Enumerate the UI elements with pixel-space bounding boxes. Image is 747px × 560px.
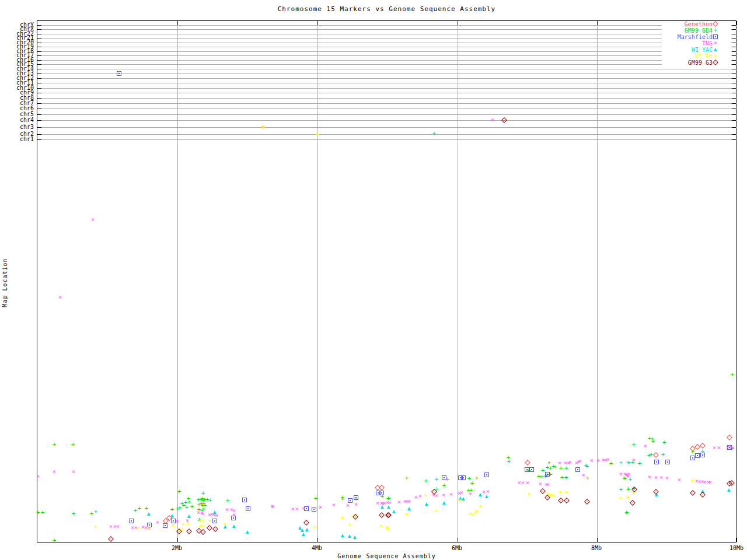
- point-tng: ×: [53, 468, 57, 475]
- point-wi-yac: [407, 507, 411, 510]
- point-wi-yac: [246, 530, 249, 534]
- chromosome-line: [37, 120, 737, 121]
- point-marshfield: [354, 495, 358, 500]
- chromosome-line: [37, 98, 737, 99]
- point-wi-rh: *: [385, 524, 390, 532]
- point-genethon: [694, 444, 700, 450]
- chromosome-line: [37, 34, 737, 34]
- point-wi-yac: [187, 514, 191, 518]
- y-tick-right: [732, 98, 736, 99]
- x-tick-label: 4Mb: [312, 545, 322, 551]
- point-gm99-g3: [584, 499, 590, 505]
- point-gm99-gb4: +: [134, 508, 138, 514]
- chromosome-line: [37, 114, 737, 115]
- point-tng: ×: [678, 477, 682, 483]
- chromosome-line: [37, 108, 737, 109]
- point-wi-yac: [213, 510, 217, 514]
- point-tng: ×: [582, 472, 586, 478]
- chromosome-line: [37, 47, 737, 47]
- point-tng: ×: [521, 480, 525, 486]
- chromosome-line: [37, 43, 737, 43]
- chromosome-line: [37, 51, 737, 52]
- y-tick-left: [37, 127, 41, 128]
- point-genethon: [525, 460, 530, 466]
- point-gm99-g3: [303, 520, 309, 526]
- y-tick-right: [732, 134, 736, 135]
- point-wi-rh: *: [626, 495, 631, 502]
- point-gm99-g3: [690, 490, 696, 496]
- point-tng: ×: [539, 481, 543, 487]
- x-tick-label: 8Mb: [591, 545, 602, 551]
- point-gm99-gb4: +: [41, 509, 45, 516]
- point-tng: ×: [442, 492, 446, 498]
- point-marshfield: [700, 453, 705, 457]
- y-tick-right: [732, 108, 736, 109]
- point-gm99-gb4: +: [190, 503, 194, 510]
- point-tng: ×: [596, 457, 601, 464]
- point-wi-rh: *: [558, 489, 563, 497]
- legend-item: WI RH*: [662, 53, 731, 60]
- x-tick-label: 6Mb: [452, 545, 462, 551]
- point-marshfield: [665, 460, 670, 464]
- point-wi-rh: *: [404, 512, 409, 519]
- point-wi-rh: *: [348, 522, 352, 530]
- point-marshfield: [242, 498, 247, 502]
- y-tick-left: [37, 43, 41, 43]
- y-tick-right: [732, 127, 736, 128]
- point-gm99-gb4: +: [72, 510, 76, 517]
- y-tick-left: [37, 34, 41, 34]
- legend-item: GM99 G3: [662, 60, 731, 66]
- y-tick-left: [37, 51, 41, 52]
- chart-title: Chromosome 15 Markers vs Genome Sequence…: [37, 5, 736, 13]
- point-tng: ×: [546, 481, 550, 488]
- point-tng: ×: [414, 494, 418, 501]
- point-wi-yac: [392, 510, 396, 513]
- point-gm99-gb4: +: [442, 482, 446, 489]
- legend-item: WI YAC: [662, 47, 731, 53]
- y-axis-title: Map Location: [2, 251, 8, 315]
- legend-item: Genethon: [662, 21, 731, 27]
- x-tick-bottom: [177, 538, 178, 542]
- point-wi-rh: *: [564, 489, 569, 497]
- point-wi-rh: *: [186, 521, 191, 528]
- y-tick-left: [37, 74, 41, 74]
- point-gm99-gb4: +: [624, 510, 629, 516]
- legend: GenethonGM99 GB4+MarshfieldTNG×WI YACWI …: [662, 21, 731, 66]
- point-gm99-g3: [186, 528, 192, 534]
- y-tick-left: [37, 29, 41, 30]
- point-tng: ×: [397, 499, 402, 505]
- point-tng: ×: [568, 459, 573, 466]
- chromosome-line: [37, 60, 737, 61]
- point-gm99-g3: [108, 536, 114, 542]
- point-gm99-gb4: +: [560, 474, 564, 481]
- point-gm99-g3: [501, 117, 507, 123]
- y-tick-left: [37, 38, 41, 38]
- point-gm99-g3: [630, 500, 636, 506]
- point-tng: ×: [632, 457, 636, 463]
- point-genethon: [379, 485, 385, 491]
- point-gm99-gb4: +: [731, 372, 735, 378]
- y-tick-left: [37, 134, 41, 135]
- chromosome-line: [37, 88, 737, 89]
- point-wi-rh: *: [208, 518, 212, 526]
- legend-label: WI RH: [695, 53, 713, 60]
- point-tng: ×: [156, 519, 160, 526]
- point-genethon: [653, 452, 659, 458]
- x-tick-label: 2Mb: [172, 545, 182, 551]
- point-wi-rh: *: [551, 493, 556, 501]
- x-tick-bottom: [458, 538, 458, 542]
- x-gridline: [597, 21, 598, 543]
- point-tng: ×: [626, 473, 630, 480]
- point-tng: ×: [116, 523, 120, 530]
- point-tng: ×: [319, 504, 323, 510]
- point-tng: ×: [713, 444, 717, 451]
- point-marshfield: [484, 473, 489, 477]
- point-tng: ×: [460, 489, 464, 496]
- point-wi-yac: [381, 505, 384, 509]
- point-gm99-gb4: +: [53, 537, 57, 544]
- y-tick-right: [732, 83, 736, 83]
- point-gm99-gb4: +: [405, 475, 409, 481]
- chromosome-line: [37, 25, 737, 26]
- chromosome-line: [37, 83, 737, 83]
- point-gm99-gb4: +: [226, 498, 230, 504]
